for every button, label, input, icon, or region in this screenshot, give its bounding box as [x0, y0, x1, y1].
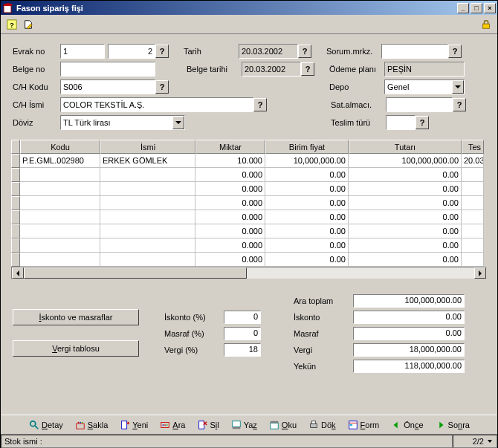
cell-tutari[interactable]: 0.00 [349, 168, 462, 182]
minimize-button[interactable]: _ [457, 3, 469, 13]
cell-tes[interactable]: 20.03.20 [462, 154, 484, 168]
cell-tutari[interactable]: 0.00 [349, 224, 462, 238]
row-header[interactable] [11, 224, 20, 238]
cell-miktar[interactable]: 0.000 [195, 253, 265, 267]
grid-body[interactable]: P.E.GML.002980ERKEK GÖMLEK10.00010,000,0… [11, 154, 487, 267]
yaz-button[interactable]: Yaz [226, 417, 262, 433]
row-header[interactable] [11, 168, 20, 182]
row-header[interactable] [11, 238, 20, 253]
cell-tes[interactable] [462, 224, 484, 238]
horizontal-scrollbar[interactable] [11, 267, 487, 279]
col-birim-fiyat[interactable]: Birim fiyat [265, 140, 349, 154]
table-row[interactable]: 0.0000.000.00 [11, 238, 487, 253]
cell-ismi[interactable] [100, 196, 195, 210]
cell-ismi[interactable] [100, 182, 195, 196]
cell-ismi[interactable] [100, 210, 195, 224]
cell-kodu[interactable] [20, 182, 100, 196]
cell-birim-fiyat[interactable]: 0.00 [265, 253, 349, 267]
cell-tutari[interactable]: 0.00 [349, 238, 462, 253]
col-tes[interactable]: Tes [462, 140, 484, 154]
sonra-button[interactable]: Sonra [430, 417, 475, 433]
table-row[interactable]: P.E.GML.002980ERKEK GÖMLEK10.00010,000,0… [11, 154, 487, 168]
table-row[interactable]: 0.0000.000.00 [11, 182, 487, 196]
cell-birim-fiyat[interactable]: 0.00 [265, 238, 349, 253]
tarih-lookup-button[interactable]: ? [298, 45, 311, 58]
lock-button[interactable] [478, 16, 494, 33]
cell-kodu[interactable] [20, 210, 100, 224]
cell-birim-fiyat[interactable]: 0.00 [265, 182, 349, 196]
cell-ismi[interactable] [100, 238, 195, 253]
cell-tes[interactable] [462, 182, 484, 196]
cell-birim-fiyat[interactable]: 10,000,000.00 [265, 154, 349, 168]
ch-kodu-lookup-button[interactable]: ? [155, 80, 169, 94]
close-button[interactable]: × [484, 3, 496, 13]
sat-almaci-input[interactable] [386, 97, 453, 112]
sil-button[interactable]: Sil [192, 417, 224, 433]
cell-tes[interactable] [462, 196, 484, 210]
belge-tarihi-input[interactable]: 20.03.2002 [242, 62, 301, 77]
chevron-down-icon[interactable] [452, 80, 464, 94]
iskonto-pct-input[interactable]: 0 [224, 311, 261, 324]
table-row[interactable]: 0.0000.000.00 [11, 168, 487, 182]
cell-ismi[interactable] [100, 253, 195, 267]
cell-birim-fiyat[interactable]: 0.00 [265, 196, 349, 210]
row-header[interactable] [11, 154, 20, 168]
cell-tutari[interactable]: 0.00 [349, 196, 462, 210]
cell-miktar[interactable]: 0.000 [195, 224, 265, 238]
cell-tutari[interactable]: 0.00 [349, 253, 462, 267]
once-button[interactable]: Önce [386, 417, 428, 433]
cell-kodu[interactable] [20, 224, 100, 238]
cell-birim-fiyat[interactable]: 0.00 [265, 210, 349, 224]
cell-tes[interactable] [462, 238, 484, 253]
sorum-mrkz-input[interactable] [381, 44, 448, 59]
oku-button[interactable]: Oku [264, 417, 302, 433]
vergi-pct-input[interactable]: 18 [224, 343, 261, 357]
maximize-button[interactable]: □ [470, 3, 482, 13]
sat-almaci-lookup-button[interactable]: ? [453, 98, 466, 111]
help-button[interactable]: ? [4, 16, 20, 33]
vergi-tablosu-button[interactable]: Vergi tablosu [13, 340, 139, 357]
cell-tutari[interactable]: 0.00 [349, 182, 462, 196]
scroll-left-button[interactable] [12, 267, 24, 279]
cell-tutari[interactable]: 100,000,000.00 [349, 154, 462, 168]
cell-birim-fiyat[interactable]: 0.00 [265, 168, 349, 182]
odeme-plani-input[interactable]: PEŞİN [384, 62, 465, 77]
iskonto-masraflar-button[interactable]: İskonto ve masraflar [13, 309, 139, 325]
col-miktar[interactable]: Miktar [195, 140, 265, 154]
dok-button[interactable]: Dök [303, 417, 341, 433]
teslim-turu-lookup-button[interactable]: ? [415, 116, 429, 129]
ch-ismi-lookup-button[interactable]: ? [253, 98, 267, 111]
belge-tarihi-lookup-button[interactable]: ? [301, 62, 314, 76]
table-row[interactable]: 0.0000.000.00 [11, 210, 487, 224]
sakla-button[interactable]: Sakla [70, 417, 114, 433]
cell-miktar[interactable]: 0.000 [195, 182, 265, 196]
cell-miktar[interactable]: 10.000 [195, 154, 265, 168]
cell-ismi[interactable] [100, 224, 195, 238]
belge-no-input[interactable] [60, 62, 155, 77]
depo-combo[interactable]: Genel [384, 79, 465, 94]
row-header[interactable] [11, 253, 20, 267]
tarih-input[interactable]: 20.03.2002 [239, 44, 298, 59]
cell-kodu[interactable] [20, 168, 100, 182]
evrak-no-2-input[interactable]: 2 [108, 44, 155, 59]
doviz-combo[interactable]: TL Türk lirası [60, 115, 185, 130]
teslim-turu-input[interactable] [386, 115, 415, 130]
cell-kodu[interactable] [20, 238, 100, 253]
cell-ismi[interactable] [100, 168, 195, 182]
cell-tes[interactable] [462, 210, 484, 224]
col-tutari[interactable]: Tutarı [349, 140, 462, 154]
evrak-no-lookup-button[interactable]: ? [155, 45, 169, 58]
table-row[interactable]: 0.0000.000.00 [11, 196, 487, 210]
scroll-thumb[interactable] [24, 267, 247, 279]
sorum-mrkz-lookup-button[interactable]: ? [448, 45, 462, 58]
form-button[interactable]: Form [343, 417, 385, 433]
row-header[interactable] [11, 210, 20, 224]
cell-miktar[interactable]: 0.000 [195, 210, 265, 224]
col-ismi[interactable]: İsmi [100, 140, 195, 154]
scroll-right-button[interactable] [474, 267, 486, 279]
row-header[interactable] [11, 182, 20, 196]
edit-button[interactable] [20, 16, 36, 33]
evrak-no-1-input[interactable]: 1 [60, 44, 105, 59]
ch-kodu-input[interactable]: S006 [60, 79, 155, 94]
cell-birim-fiyat[interactable]: 0.00 [265, 224, 349, 238]
